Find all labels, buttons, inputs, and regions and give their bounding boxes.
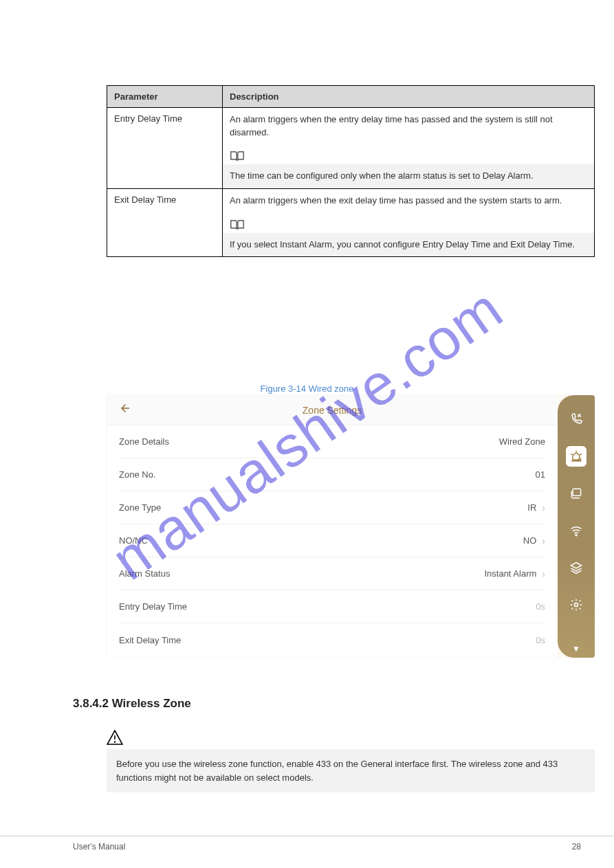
row-value: 01 (536, 469, 545, 480)
svg-point-2 (575, 535, 577, 536)
list-item[interactable]: Zone Details Wired Zone (119, 425, 545, 458)
device-main-panel: Zone Settings Zone Details Wired Zone Zo… (107, 395, 558, 658)
chevron-down-icon[interactable]: ▼ (572, 644, 580, 654)
param-cell: Entry Delay Time (107, 108, 223, 189)
desc-cell: An alarm triggers when the entry delay t… (223, 108, 595, 189)
chevron-right-icon: › (542, 502, 545, 513)
row-value: IR› (527, 502, 545, 513)
windows-icon[interactable] (566, 483, 586, 504)
row-label: Alarm Status (119, 568, 170, 579)
note-icon (230, 219, 245, 230)
settings-list: Zone Details Wired Zone Zone No. 01 Zone… (107, 425, 558, 658)
phone-icon[interactable] (566, 409, 586, 430)
warning-icon (107, 730, 123, 745)
svg-rect-1 (573, 489, 581, 496)
list-item[interactable]: Zone Type IR› (119, 491, 545, 524)
footer-left: User's Manual (73, 842, 125, 852)
table-row: Exit Delay Time An alarm triggers when t… (107, 189, 595, 257)
row-label: Zone No. (119, 469, 155, 480)
section-heading: 3.8.4.2 Wireless Zone (73, 697, 191, 711)
parameter-table: Parameter Description Entry Delay Time A… (107, 85, 595, 257)
desc-text: An alarm triggers when the entry delay t… (230, 113, 587, 140)
table-header-parameter: Parameter (107, 86, 223, 108)
footer-page-number: 28 (572, 842, 581, 852)
wifi-icon[interactable] (566, 520, 586, 541)
param-cell: Exit Delay Time (107, 189, 223, 257)
row-value: 0s (536, 601, 545, 612)
desc-cell: An alarm triggers when the exit delay ti… (223, 189, 595, 257)
note-box: The time can be configured only when the… (223, 164, 594, 188)
table-header-description: Description (223, 86, 595, 108)
chevron-right-icon: › (542, 535, 545, 546)
device-title: Zone Settings (107, 405, 558, 416)
row-label: Exit Delay Time (119, 635, 181, 645)
page-footer: User's Manual 28 (0, 836, 614, 842)
chevron-right-icon: › (542, 568, 545, 579)
list-item: Entry Delay Time 0s (119, 590, 545, 623)
list-item[interactable]: Alarm Status Instant Alarm› (119, 557, 545, 590)
list-item[interactable]: Zone No. 01 (119, 458, 545, 491)
back-icon[interactable] (119, 402, 131, 418)
note-icon (230, 151, 245, 162)
device-titlebar: Zone Settings (107, 395, 558, 425)
row-label: Entry Delay Time (119, 601, 187, 612)
svg-point-3 (575, 603, 578, 607)
list-item[interactable]: NO/NC NO› (119, 524, 545, 557)
list-item: Exit Delay Time 0s (119, 623, 545, 656)
table-row: Entry Delay Time An alarm triggers when … (107, 108, 595, 189)
row-label: Zone Type (119, 502, 161, 513)
row-value: Wired Zone (499, 436, 545, 447)
device-screenshot: Zone Settings Zone Details Wired Zone Zo… (107, 395, 595, 658)
device-sidebar: ▼ (558, 395, 595, 658)
svg-point-5 (114, 741, 116, 742)
row-value: NO› (523, 535, 545, 546)
layers-icon[interactable] (566, 557, 586, 578)
row-label: NO/NC (119, 535, 148, 546)
row-value: 0s (536, 635, 545, 645)
desc-text: An alarm triggers when the exit delay ti… (230, 194, 587, 208)
row-value: Instant Alarm› (484, 568, 545, 579)
note-box: If you select Instant Alarm, you cannot … (223, 233, 594, 257)
alarm-icon[interactable] (566, 446, 586, 467)
gear-icon[interactable] (566, 594, 586, 615)
figure-caption: Figure 3-14 Wired zone (0, 383, 614, 394)
row-label: Zone Details (119, 436, 169, 447)
caution-box: Before you use the wireless zone functio… (107, 749, 595, 792)
